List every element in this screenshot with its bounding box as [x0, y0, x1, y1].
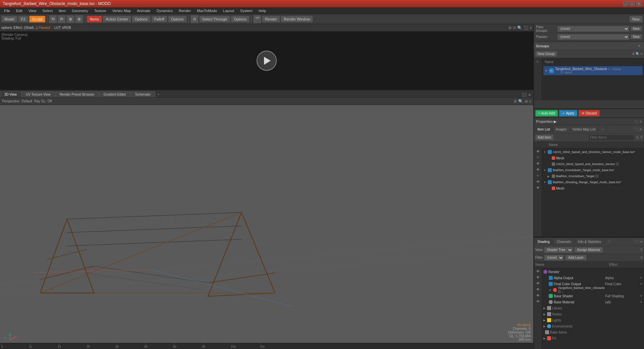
action-center-button[interactable]: Action Center	[103, 16, 131, 22]
tab-gradient-editor[interactable]: Gradient Editor	[99, 91, 130, 97]
menu-render[interactable]: Render	[176, 8, 194, 13]
maximize-button[interactable]: □	[630, 1, 635, 6]
minimize-button[interactable]: ─	[623, 1, 628, 6]
render-icon[interactable]: 🎬	[253, 15, 261, 23]
shading-row-base-material[interactable]: Base Material (all) ▼	[542, 299, 644, 305]
shading-row-tanglefoot[interactable]: ▼ Tanglefoot_Barbed_Wire_Obstacle ⓘ...	[542, 287, 644, 293]
menu-animate[interactable]: Animate	[134, 8, 153, 13]
3d-scene[interactable]: No Items Channels: 0 Deformers: ON GL: 1…	[0, 105, 533, 343]
menu-edit[interactable]: Edit	[13, 8, 25, 13]
item-row-5[interactable]: ▼ Biathlon_Shooting_Range_Target_modo_ba…	[542, 179, 644, 185]
groups-expand-icon[interactable]: ⬛	[630, 43, 635, 49]
item-row-4[interactable]: ▶ Biathlon_Knockdown_Target ⓘ	[546, 173, 644, 179]
tab-render-preset[interactable]: Render Preset Browser	[55, 91, 99, 97]
menu-maxtomodo[interactable]: MaxToModo	[194, 8, 220, 13]
menu-layout[interactable]: Layout	[220, 8, 237, 13]
item-row-1[interactable]: Mesh	[546, 155, 644, 161]
menu-geometry[interactable]: Geometry	[69, 8, 91, 13]
shading-row-fx[interactable]: ▶ FX	[542, 335, 644, 341]
menu-texture[interactable]: Texture	[92, 8, 109, 13]
options3-button[interactable]: Options	[231, 16, 250, 22]
tab-uv-texture[interactable]: UV Texture View	[21, 91, 55, 97]
shading-eye-base-shader[interactable]: 👁	[534, 292, 542, 298]
menu-select[interactable]: Select	[40, 8, 55, 13]
eye-7[interactable]: 👁	[534, 185, 542, 191]
shading-row-bake-items[interactable]: Bake Items	[542, 329, 644, 335]
model-button[interactable]: Model	[1, 16, 17, 22]
toolbar-icon-4[interactable]: ⊗	[75, 15, 83, 23]
item-row-6[interactable]: Mesh	[546, 185, 644, 191]
select-through-button[interactable]: Select Through	[199, 16, 230, 22]
render-window-button[interactable]: Render Window	[281, 16, 313, 22]
toolbar-icon-3[interactable]: ⊕	[66, 15, 74, 23]
tab-3d-view[interactable]: 3D View	[0, 91, 21, 97]
menu-vertex-map[interactable]: Vertex Map	[110, 8, 134, 13]
shading-row-base-shader[interactable]: Base Shader Full Shading ▼	[542, 293, 644, 299]
groups-close-icon[interactable]: ✕	[637, 43, 642, 49]
eye-1[interactable]: 👁	[534, 148, 542, 154]
new-button[interactable]: New	[629, 16, 643, 22]
auto-add-button[interactable]: + Auto Add	[535, 110, 558, 116]
menu-file[interactable]: File	[1, 8, 13, 13]
eye-6[interactable]: 👁	[534, 179, 542, 185]
sculpt-button[interactable]: Sculpt	[29, 16, 46, 22]
viewport-content[interactable]: No Items Channels: 0 Deformers: ON GL: 1…	[0, 105, 533, 343]
shading-row-environments[interactable]: ▶ Environments	[542, 323, 644, 329]
f2-button[interactable]: F2	[18, 16, 29, 22]
menu-item[interactable]: Item	[56, 8, 68, 13]
play-button[interactable]	[257, 51, 277, 71]
eye-5[interactable]: 👁	[534, 172, 542, 179]
toolbar-icon-1[interactable]: ⟲	[49, 15, 57, 23]
render-button[interactable]: Render	[262, 16, 280, 22]
passes-select[interactable]: (none)	[557, 34, 629, 40]
add-shading-tab[interactable]: +	[605, 239, 614, 245]
shading-eye-tang[interactable]: 👁	[534, 286, 542, 292]
add-layer-button[interactable]: Add Layer	[565, 255, 587, 260]
options1-button[interactable]: Options	[132, 16, 151, 22]
menu-help[interactable]: Help	[256, 8, 269, 13]
add-item-tab[interactable]: +	[599, 126, 607, 133]
group-eye-1[interactable]: 👁	[535, 59, 541, 65]
item-row-0[interactable]: ▼ ASOS_Wind_Speed_and_Direction_Sensor_m…	[542, 149, 644, 155]
item-row-3[interactable]: ▼ Biathlon_Knockdown_Target_modo_base.lx…	[542, 167, 644, 173]
eye-2[interactable]: 👁	[534, 154, 542, 160]
menu-view[interactable]: View	[26, 8, 39, 13]
shading-row-lights[interactable]: ▶ Lights	[542, 317, 644, 323]
shading-row-library[interactable]: ▶ Library	[542, 305, 644, 311]
add-item-button[interactable]: Add Item	[535, 135, 553, 140]
tab-channels[interactable]: Channels	[553, 239, 575, 245]
close-button[interactable]: ✕	[637, 1, 641, 6]
pass-groups-new-button[interactable]: New	[631, 26, 642, 31]
shading-row-render[interactable]: Render	[542, 269, 644, 275]
group-item-tanglefoot[interactable]: ▼ G Tanglefoot_Barbed_Wire_Obstacle 3 : …	[543, 66, 643, 75]
eye-4[interactable]: 👁	[534, 166, 542, 172]
select-through-icon[interactable]: ⊙	[191, 15, 199, 23]
shading-eye-base-mat[interactable]: 👁	[534, 298, 542, 304]
timeline-ruler[interactable]: 0 12 24 36 48 60 84 96 108 120	[0, 343, 533, 349]
pass-groups-select[interactable]: (none)	[557, 26, 629, 32]
filter-select[interactable]: (none)	[544, 255, 564, 261]
toolbar-icon-2[interactable]: ⟳	[58, 15, 66, 23]
shading-eye-final[interactable]: 👁	[534, 280, 542, 286]
shading-eye-alpha[interactable]: 👁	[534, 274, 542, 280]
shading-row-alpha[interactable]: Alpha Output Alpha ▼	[542, 275, 644, 281]
tab-schematic[interactable]: Schematic	[131, 91, 155, 97]
item-row-2[interactable]: ASOS_Wind_Speed_and_Direction_Sensor ⓘ	[546, 161, 644, 167]
add-viewport-tab[interactable]: +	[156, 92, 162, 97]
menu-system[interactable]: System	[237, 8, 255, 13]
discard-button[interactable]: ✕ Discard	[579, 110, 600, 116]
tab-info-statistics[interactable]: Info & Statistics	[575, 239, 605, 245]
shading-eye-render[interactable]: 👁	[534, 268, 542, 274]
assign-material-button[interactable]: Assign Material	[574, 247, 603, 253]
apply-button[interactable]: ✓ Apply	[559, 110, 577, 116]
tab-images[interactable]: Images	[553, 127, 570, 132]
shader-tree-select[interactable]: Shader Tree	[544, 247, 573, 253]
items-button[interactable]: Items	[87, 16, 102, 22]
tab-vertex-map[interactable]: Vertex Map List	[570, 127, 599, 132]
filter-items-input[interactable]	[588, 135, 634, 141]
tab-shading[interactable]: Shading	[534, 239, 553, 245]
options2-button[interactable]: Options	[168, 16, 187, 22]
menu-dynamics[interactable]: Dynamics	[154, 8, 175, 13]
new-group-button[interactable]: New Group	[535, 51, 557, 57]
shading-row-nodes[interactable]: ▶ Nodes	[542, 311, 644, 317]
